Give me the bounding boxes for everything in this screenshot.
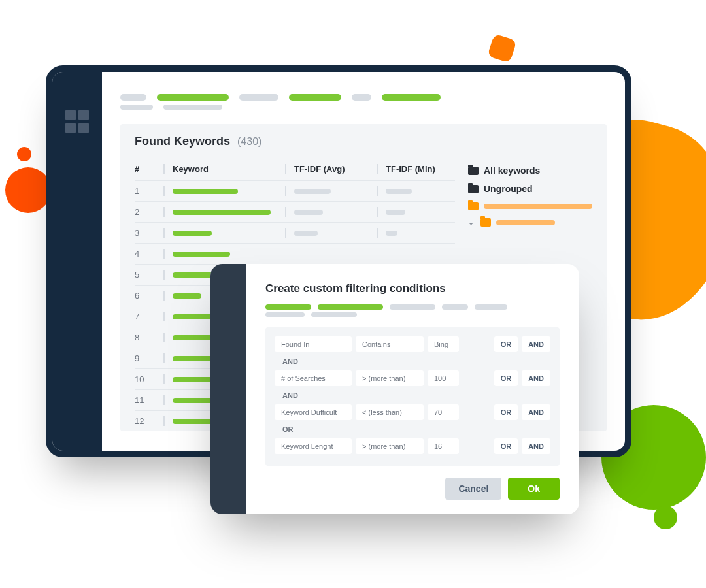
table-row[interactable]: 2 — [135, 201, 455, 222]
modal-crumb-1 — [265, 304, 560, 310]
cancel-button[interactable]: Cancel — [445, 478, 501, 500]
group-placeholder — [484, 204, 592, 209]
row-keyword — [163, 249, 285, 259]
folder-icon — [480, 218, 491, 227]
table-row[interactable]: 1 — [135, 180, 455, 201]
condition-joiner: OR — [275, 423, 550, 438]
modal-sidebar — [210, 264, 246, 514]
filter-modal: Create custom filtering conditions Found… — [210, 264, 579, 514]
condition-row: # of Searches> (more than)100ORAND — [275, 370, 550, 386]
modal-title: Create custom filtering conditions — [265, 282, 560, 295]
decor-red-circle — [5, 167, 51, 213]
folder-icon — [468, 167, 479, 175]
ok-button[interactable]: Ok — [508, 478, 560, 500]
cond-value[interactable]: Bing — [428, 336, 459, 352]
modal-crumb-2 — [265, 312, 560, 317]
table-row[interactable]: 3 — [135, 222, 455, 243]
row-num: 4 — [135, 249, 163, 259]
breadcrumb-row-2 — [120, 105, 607, 110]
cond-value[interactable]: 70 — [428, 404, 459, 420]
folder-icon — [468, 185, 479, 193]
group-placeholder — [496, 220, 555, 225]
group-custom-1[interactable] — [468, 198, 592, 214]
app-sidebar — [52, 72, 102, 451]
dashboard-icon[interactable] — [65, 110, 89, 451]
row-num: 3 — [135, 228, 163, 238]
row-keyword — [163, 207, 285, 217]
folder-icon — [468, 202, 479, 210]
group-label: All keywords — [484, 165, 540, 176]
row-avg — [285, 207, 377, 217]
row-num: 12 — [135, 416, 163, 426]
breadcrumb-row-1 — [120, 94, 607, 101]
decor-red-dot — [17, 147, 31, 161]
table-row[interactable]: 4 — [135, 243, 455, 264]
row-keyword — [163, 228, 285, 238]
cond-or-button[interactable]: OR — [494, 404, 518, 420]
condition-joiner: AND — [275, 355, 550, 370]
row-min — [377, 228, 455, 238]
modal-actions: Cancel Ok — [265, 478, 560, 500]
decor-orange-square — [487, 33, 516, 63]
modal-body: Create custom filtering conditions Found… — [246, 264, 579, 514]
row-min — [377, 186, 455, 196]
panel-title: Found Keywords (430) — [135, 135, 592, 148]
col-tfidf-avg[interactable]: TF-IDF (Avg) — [285, 164, 377, 174]
row-num: 10 — [135, 374, 163, 384]
row-keyword — [163, 186, 285, 196]
cond-value[interactable]: 100 — [428, 370, 459, 386]
col-tfidf-min[interactable]: TF-IDF (Min) — [377, 164, 455, 174]
cond-and-button[interactable]: AND — [522, 370, 550, 386]
cond-and-button[interactable]: AND — [522, 336, 550, 352]
group-custom-2[interactable]: ⌄ — [468, 214, 592, 231]
row-num: 9 — [135, 353, 163, 363]
panel-title-text: Found Keywords — [135, 135, 230, 148]
row-num: 7 — [135, 312, 163, 321]
cond-field[interactable]: Keyword Dufficult — [275, 404, 352, 420]
row-avg — [285, 186, 377, 196]
cond-field[interactable]: Keyword Lenght — [275, 438, 352, 454]
row-min — [377, 207, 455, 217]
cond-or-button[interactable]: OR — [494, 438, 518, 454]
conditions-panel: Found InContainsBingORANDAND# of Searche… — [265, 327, 560, 466]
row-num: 11 — [135, 395, 163, 405]
cond-or-button[interactable]: OR — [494, 336, 518, 352]
col-keyword[interactable]: Keyword — [163, 164, 285, 174]
cond-operator[interactable]: > (more than) — [356, 370, 424, 386]
row-num: 1 — [135, 186, 163, 196]
row-num: 8 — [135, 333, 163, 342]
group-ungrouped[interactable]: Ungrouped — [468, 180, 592, 198]
row-num: 2 — [135, 207, 163, 217]
decor-green-dot — [654, 506, 677, 529]
condition-row: Keyword Dufficult< (less than)70ORAND — [275, 404, 550, 420]
cond-operator[interactable]: > (more than) — [356, 438, 424, 454]
cond-value[interactable]: 16 — [428, 438, 459, 454]
panel-count: (430) — [237, 136, 261, 147]
condition-row: Keyword Lenght> (more than)16ORAND — [275, 438, 550, 454]
cond-field[interactable]: Found In — [275, 336, 352, 352]
cond-and-button[interactable]: AND — [522, 404, 550, 420]
table-header: # Keyword TF-IDF (Avg) TF-IDF (Min) — [135, 160, 455, 180]
cond-or-button[interactable]: OR — [494, 370, 518, 386]
group-label: Ungrouped — [484, 184, 533, 194]
cond-operator[interactable]: < (less than) — [356, 404, 424, 420]
condition-row: Found InContainsBingORAND — [275, 336, 550, 352]
row-avg — [285, 228, 377, 238]
col-num: # — [135, 164, 163, 174]
condition-joiner: AND — [275, 389, 550, 404]
group-all-keywords[interactable]: All keywords — [468, 161, 592, 180]
chevron-down-icon[interactable]: ⌄ — [468, 218, 474, 227]
cond-field[interactable]: # of Searches — [275, 370, 352, 386]
row-num: 6 — [135, 291, 163, 301]
row-num: 5 — [135, 270, 163, 280]
cond-operator[interactable]: Contains — [356, 336, 424, 352]
cond-and-button[interactable]: AND — [522, 438, 550, 454]
